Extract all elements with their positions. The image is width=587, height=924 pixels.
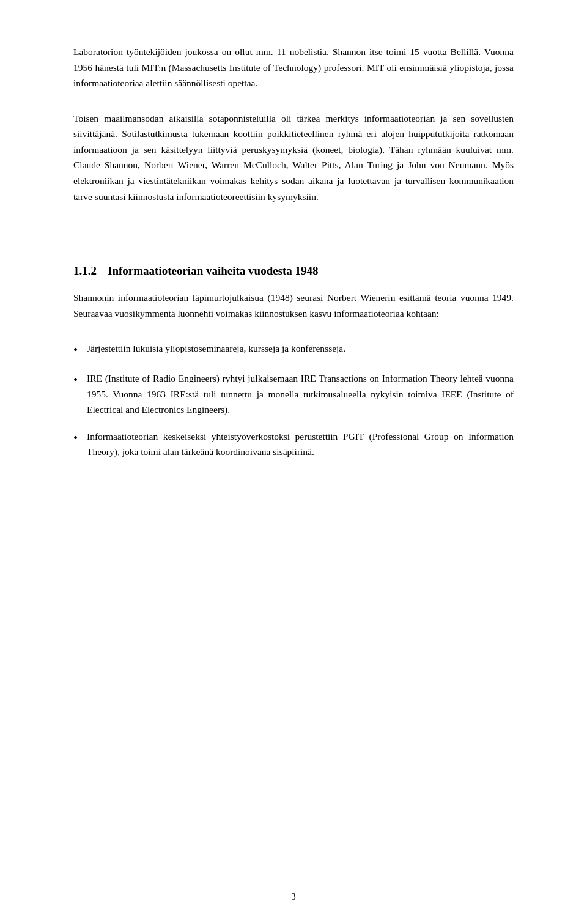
paragraph-2: Toisen maailmansodan aikaisilla sotaponn… (73, 111, 514, 204)
bullet-list: • Järjestettiin lukuisia yliopistosemina… (73, 341, 514, 460)
paragraph-1: Laboratorion työntekijöiden joukossa on … (73, 44, 514, 91)
bullet-text-2: IRE (Institute of Radio Engineers) ryhty… (87, 371, 514, 418)
section-heading-112: 1.1.2Informaatioteorian vaiheita vuodest… (73, 264, 514, 278)
section-title: Informaatioteorian vaiheita vuodesta 194… (108, 264, 319, 277)
bullet-text-1: Järjestettiin lukuisia yliopistoseminaar… (87, 341, 514, 357)
list-item: • IRE (Institute of Radio Engineers) ryh… (73, 371, 514, 418)
section-number: 1.1.2 (73, 264, 97, 277)
bullet-icon: • (73, 340, 87, 360)
list-item: • Järjestettiin lukuisia yliopistosemina… (73, 341, 514, 360)
bullet-icon: • (73, 370, 87, 390)
bullet-icon: • (73, 428, 87, 448)
section-intro: Shannonin informaatioteorian läpimurtoju… (73, 290, 514, 321)
list-item: • Informaatioteorian keskeiseksi yhteist… (73, 429, 514, 460)
page-number: 3 (291, 892, 296, 902)
bullet-text-3: Informaatioteorian keskeiseksi yhteistyö… (87, 429, 514, 460)
page: Laboratorion työntekijöiden joukossa on … (0, 0, 587, 924)
